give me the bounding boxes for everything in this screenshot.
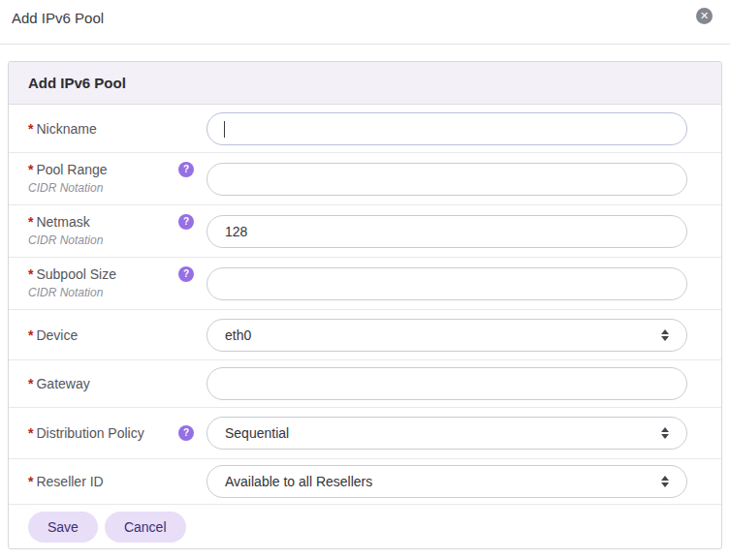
distribution-policy-select-value: Sequential: [225, 425, 289, 441]
modal-title: Add IPv6 Pool: [12, 8, 104, 26]
form-row-subpool-size: *Subpool Size CIDR Notation ?: [9, 258, 721, 310]
netmask-label: Netmask: [36, 214, 89, 230]
device-label: Device: [36, 327, 78, 343]
help-icon[interactable]: ?: [178, 214, 194, 230]
required-asterisk: *: [28, 266, 33, 282]
select-stepper-icon: [661, 329, 669, 341]
help-icon[interactable]: ?: [178, 162, 194, 177]
gateway-label: Gateway: [36, 376, 89, 391]
form-row-nickname: *Nickname: [9, 105, 721, 153]
gateway-input[interactable]: [206, 367, 687, 400]
required-asterisk: *: [28, 474, 33, 489]
text-caret: [224, 121, 225, 138]
form-row-pool-range: *Pool Range CIDR Notation ?: [9, 153, 721, 205]
netmask-sublabel: CIDR Notation: [28, 233, 178, 249]
card-header: Add IPv6 Pool: [9, 62, 721, 105]
help-icon[interactable]: ?: [178, 266, 194, 282]
nickname-label: Nickname: [36, 121, 96, 137]
form-row-device: *Device eth0: [9, 310, 721, 360]
subpool-size-sublabel: CIDR Notation: [28, 285, 178, 301]
pool-range-input[interactable]: [206, 163, 687, 196]
form-row-gateway: *Gateway: [9, 360, 721, 408]
pool-range-label: Pool Range: [36, 162, 107, 177]
required-asterisk: *: [28, 121, 33, 137]
form-row-distribution-policy: *Distribution Policy ? Sequential: [9, 408, 721, 459]
pool-range-sublabel: CIDR Notation: [28, 180, 178, 197]
form-row-netmask: *Netmask CIDR Notation ?: [9, 205, 721, 258]
required-asterisk: *: [28, 327, 33, 343]
reseller-id-select-value: Available to all Resellers: [225, 474, 372, 489]
reseller-id-select[interactable]: Available to all Resellers: [206, 465, 687, 498]
device-select[interactable]: eth0: [206, 319, 687, 352]
form-actions: Save Cancel: [9, 505, 721, 548]
subpool-size-label: Subpool Size: [36, 266, 116, 282]
modal-header: Add IPv6 Pool ✕: [0, 0, 730, 45]
reseller-id-label: Reseller ID: [36, 474, 103, 489]
help-icon[interactable]: ?: [178, 425, 194, 441]
required-asterisk: *: [28, 425, 33, 441]
nickname-input[interactable]: [206, 112, 687, 145]
save-button[interactable]: Save: [28, 512, 98, 543]
required-asterisk: *: [28, 376, 33, 391]
card-title: Add IPv6 Pool: [28, 75, 126, 91]
add-ipv6-pool-form-card: Add IPv6 Pool *Nickname *Pool Range CIDR…: [8, 61, 722, 549]
distribution-policy-select[interactable]: Sequential: [206, 417, 687, 450]
device-select-value: eth0: [225, 327, 251, 343]
select-stepper-icon: [661, 427, 669, 439]
distribution-policy-label: Distribution Policy: [36, 425, 143, 441]
select-stepper-icon: [661, 476, 669, 487]
subpool-size-input[interactable]: [206, 267, 687, 300]
form-row-reseller-id: *Reseller ID Available to all Resellers: [9, 459, 721, 505]
netmask-input[interactable]: [206, 215, 687, 248]
required-asterisk: *: [28, 162, 33, 177]
cancel-button[interactable]: Cancel: [105, 512, 186, 543]
add-ipv6-pool-modal: Add IPv6 Pool ✕ Add IPv6 Pool *Nickname …: [0, 0, 730, 560]
required-asterisk: *: [28, 214, 33, 230]
close-icon[interactable]: ✕: [696, 8, 713, 24]
